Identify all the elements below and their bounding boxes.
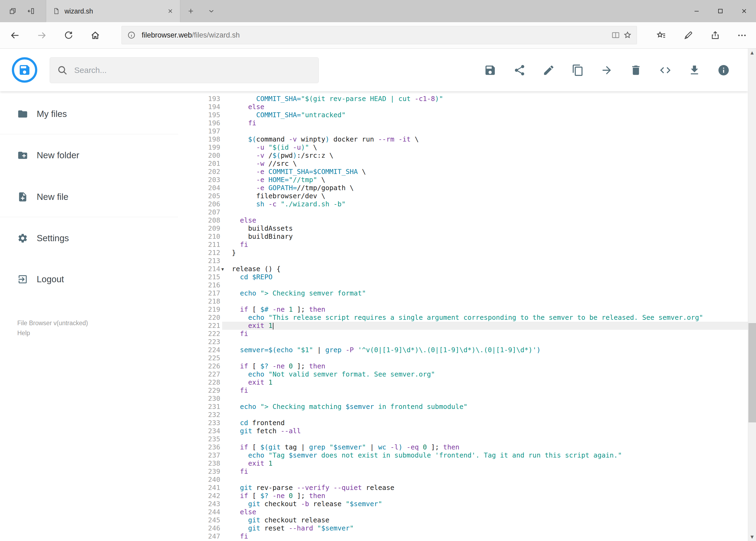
home-button[interactable] — [89, 29, 102, 42]
raw-code-button[interactable] — [658, 63, 673, 78]
scrollbar-thumb[interactable] — [748, 323, 756, 422]
code-line[interactable]: 208 else — [189, 216, 748, 225]
save-button[interactable] — [483, 63, 498, 78]
tab-preview-chevron-icon[interactable] — [206, 6, 216, 16]
code-line[interactable]: 195 COMMIT_SHA="untracked" — [189, 111, 748, 119]
code-line[interactable]: 222 fi — [189, 330, 748, 338]
code-line[interactable]: 244 else — [189, 508, 748, 516]
code-line[interactable]: 224 semver=$(echo "$1" | grep -P '^v(0|[… — [189, 346, 748, 354]
code-line[interactable]: 242 if [ $? -ne 0 ]; then — [189, 492, 748, 500]
code-line[interactable]: 205 filebrowser/dev \ — [189, 192, 748, 200]
code-line[interactable]: 199 -u "$(id -u)" \ — [189, 144, 748, 152]
code-line[interactable]: 196 fi — [189, 119, 748, 127]
code-line[interactable]: 217 echo "> Checking semver format" — [189, 289, 748, 297]
favorites-hub-icon[interactable] — [655, 29, 667, 42]
code-line[interactable]: 213 — [189, 257, 748, 265]
new-tab-button[interactable] — [186, 6, 196, 16]
sidebar-item-settings[interactable]: Settings — [17, 230, 69, 247]
code-line[interactable]: 243 git checkout -b release "$semver" — [189, 500, 748, 508]
code-editor[interactable]: 193 COMMIT_SHA="$(git rev-parse HEAD | c… — [189, 91, 748, 541]
reading-view-icon[interactable] — [610, 29, 622, 41]
code-line[interactable]: 226 if [ $? -ne 0 ]; then — [189, 362, 748, 370]
code-line[interactable]: 204 -e GOPATH=//tmp/gopath \ — [189, 184, 748, 192]
search-box[interactable] — [50, 57, 319, 83]
code-line[interactable]: 210 buildBinary — [189, 233, 748, 241]
code-line[interactable]: 221 exit 1 — [189, 322, 748, 330]
code-line[interactable]: 206 sh -c "./wizard.sh -b" — [189, 200, 748, 208]
code-line[interactable]: 235 — [189, 435, 748, 443]
code-line[interactable]: 219 if [ $# -ne 1 ]; then — [189, 305, 748, 313]
code-line[interactable]: 218 — [189, 297, 748, 305]
code-line[interactable]: 214▾release () { — [189, 265, 748, 273]
search-input[interactable] — [74, 66, 312, 75]
code-line[interactable]: 238 exit 1 — [189, 459, 748, 467]
sidebar-item-logout[interactable]: Logout — [17, 270, 64, 288]
fold-arrow-icon[interactable]: ▾ — [220, 265, 232, 273]
back-button[interactable] — [9, 29, 21, 42]
forward-button[interactable] — [36, 29, 48, 42]
site-info-icon[interactable] — [126, 29, 137, 41]
share-icon[interactable] — [709, 29, 721, 42]
scroll-up-button[interactable]: ▲ — [748, 49, 756, 57]
info-button[interactable] — [716, 63, 731, 78]
code-line[interactable]: 197 — [189, 127, 748, 135]
share-button[interactable] — [512, 63, 527, 78]
code-line[interactable]: 203 -e HOME="//tmp" \ — [189, 176, 748, 184]
code-line[interactable]: 233 cd frontend — [189, 419, 748, 427]
set-tabs-aside-icon[interactable] — [8, 6, 18, 16]
sidebar-item-my-files[interactable]: My files — [17, 105, 67, 123]
code-line[interactable]: 223 — [189, 338, 748, 346]
code-line[interactable]: 236 if [ $(git tag | grep "$semver" | wc… — [189, 443, 748, 451]
url-text[interactable]: filebrowser.web/files/wizard.sh — [142, 31, 240, 39]
refresh-button[interactable] — [62, 29, 75, 42]
rename-button[interactable] — [541, 63, 556, 78]
code-line[interactable]: 245 git checkout release — [189, 516, 748, 524]
code-line[interactable]: 209 buildAssets — [189, 225, 748, 233]
scroll-down-button[interactable]: ▼ — [748, 533, 756, 541]
tabs-preview-icon[interactable] — [26, 6, 36, 16]
code-line[interactable]: 234 git fetch --all — [189, 427, 748, 435]
code-line[interactable]: 202 -e COMMIT_SHA=$COMMIT_SHA \ — [189, 168, 748, 176]
more-options-icon[interactable] — [736, 29, 748, 42]
close-button[interactable] — [732, 0, 756, 22]
code-line[interactable]: 228 exit 1 — [189, 378, 748, 386]
code-line[interactable]: 239 fi — [189, 467, 748, 476]
tab-close-icon[interactable] — [167, 8, 173, 14]
delete-button[interactable] — [629, 63, 643, 78]
code-line[interactable]: 220 echo "This release script requires a… — [189, 313, 748, 322]
code-line[interactable]: 207 — [189, 208, 748, 216]
code-line[interactable]: 200 -v /$(pwd):/src:z \ — [189, 152, 748, 160]
move-button[interactable] — [599, 63, 614, 78]
code-line[interactable]: 212} — [189, 249, 748, 257]
browser-tab[interactable]: wizard.sh — [46, 0, 180, 22]
copy-button[interactable] — [570, 63, 586, 78]
code-line[interactable]: 198 $(command -v winpty) docker run --rm… — [189, 135, 748, 144]
code-line[interactable]: 193 COMMIT_SHA="$(git rev-parse HEAD | c… — [189, 95, 748, 103]
favorite-star-icon[interactable] — [622, 29, 633, 41]
code-line[interactable]: 241 git rev-parse --verify --quiet relea… — [189, 484, 748, 492]
code-line[interactable]: 232 — [189, 411, 748, 419]
code-line[interactable]: 231 echo "> Checking matching $semver in… — [189, 403, 748, 411]
code-line[interactable]: 246 git reset --hard "$semver" — [189, 524, 748, 532]
web-notes-pen-icon[interactable] — [682, 29, 694, 42]
sidebar-item-new-file[interactable]: New file — [17, 188, 68, 206]
address-bar[interactable]: filebrowser.web/files/wizard.sh — [122, 26, 637, 44]
code-line[interactable]: 194 else — [189, 103, 748, 111]
code-line[interactable]: 211 fi — [189, 241, 748, 249]
code-line[interactable]: 229 fi — [189, 386, 748, 395]
maximize-button[interactable] — [708, 0, 732, 22]
code-line[interactable]: 237 echo "Tag $semver does not exist in … — [189, 451, 748, 459]
minimize-button[interactable] — [685, 0, 708, 22]
sidebar-item-new-folder[interactable]: New folder — [17, 147, 79, 164]
scrollbar[interactable]: ▲ ▼ — [748, 49, 756, 541]
code-line[interactable]: 230 — [189, 395, 748, 403]
code-line[interactable]: 227 echo "Not valid semver format. See s… — [189, 370, 748, 378]
code-line[interactable]: 215 cd $REPO — [189, 273, 748, 281]
download-button[interactable] — [687, 63, 702, 78]
code-line[interactable]: 201 -w //src \ — [189, 160, 748, 168]
code-line[interactable]: 225 — [189, 354, 748, 362]
code-line[interactable]: 216 — [189, 281, 748, 289]
code-line[interactable]: 240 — [189, 476, 748, 484]
code-line[interactable]: 247 fi — [189, 532, 748, 540]
help-link[interactable]: Help — [17, 329, 30, 337]
